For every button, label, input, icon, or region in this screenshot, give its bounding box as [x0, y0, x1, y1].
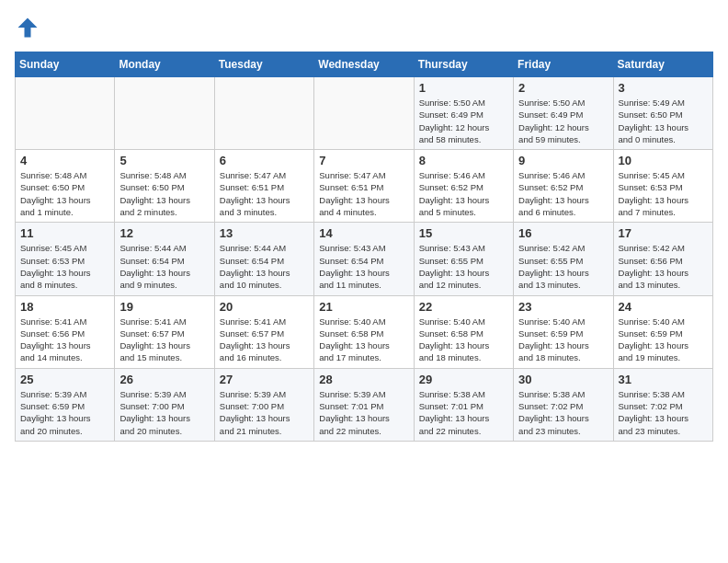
day-info: Sunrise: 5:39 AM Sunset: 7:01 PM Dayligh…: [319, 388, 408, 437]
calendar-cell: 15Sunrise: 5:43 AM Sunset: 6:55 PM Dayli…: [414, 223, 513, 295]
calendar-cell: 18Sunrise: 5:41 AM Sunset: 6:56 PM Dayli…: [16, 295, 115, 368]
calendar-header: SundayMondayTuesdayWednesdayThursdayFrid…: [16, 52, 713, 77]
calendar-cell: 13Sunrise: 5:44 AM Sunset: 6:54 PM Dayli…: [214, 223, 313, 295]
day-number: 27: [220, 373, 309, 386]
day-number: 24: [619, 300, 708, 314]
day-info: Sunrise: 5:45 AM Sunset: 6:53 PM Dayligh…: [20, 242, 109, 291]
column-header-tuesday: Tuesday: [214, 52, 313, 77]
calendar-week-row: 25Sunrise: 5:39 AM Sunset: 6:59 PM Dayli…: [16, 368, 713, 441]
day-info: Sunrise: 5:49 AM Sunset: 6:50 PM Dayligh…: [619, 97, 708, 145]
calendar-cell: 21Sunrise: 5:40 AM Sunset: 6:58 PM Dayli…: [314, 295, 414, 368]
calendar-cell: 22Sunrise: 5:40 AM Sunset: 6:58 PM Dayli…: [414, 295, 513, 368]
calendar-cell: 28Sunrise: 5:39 AM Sunset: 7:01 PM Dayli…: [314, 368, 414, 441]
day-number: 11: [20, 226, 109, 240]
column-header-thursday: Thursday: [414, 52, 513, 77]
svg-marker-0: [18, 18, 38, 38]
day-info: Sunrise: 5:41 AM Sunset: 6:57 PM Dayligh…: [119, 316, 209, 364]
day-number: 13: [220, 226, 309, 240]
calendar-cell: [115, 77, 214, 150]
day-number: 31: [619, 373, 708, 386]
day-info: Sunrise: 5:48 AM Sunset: 6:50 PM Dayligh…: [20, 169, 109, 218]
day-info: Sunrise: 5:38 AM Sunset: 7:01 PM Dayligh…: [419, 388, 508, 437]
day-number: 2: [518, 81, 608, 95]
day-info: Sunrise: 5:47 AM Sunset: 6:51 PM Dayligh…: [220, 169, 309, 218]
day-info: Sunrise: 5:40 AM Sunset: 6:59 PM Dayligh…: [619, 316, 708, 364]
day-number: 25: [20, 373, 109, 386]
calendar-cell: 23Sunrise: 5:40 AM Sunset: 6:59 PM Dayli…: [514, 295, 613, 368]
day-info: Sunrise: 5:43 AM Sunset: 6:55 PM Dayligh…: [419, 242, 508, 291]
column-header-friday: Friday: [514, 52, 613, 77]
calendar-cell: 17Sunrise: 5:42 AM Sunset: 6:56 PM Dayli…: [613, 223, 712, 295]
day-number: 3: [619, 81, 708, 95]
column-header-monday: Monday: [115, 52, 214, 77]
day-number: 7: [319, 154, 408, 167]
calendar-table: SundayMondayTuesdayWednesdayThursdayFrid…: [15, 52, 713, 442]
day-number: 4: [20, 154, 109, 167]
calendar-cell: 12Sunrise: 5:44 AM Sunset: 6:54 PM Dayli…: [115, 223, 214, 295]
calendar-cell: 7Sunrise: 5:47 AM Sunset: 6:51 PM Daylig…: [314, 150, 414, 223]
day-info: Sunrise: 5:39 AM Sunset: 7:00 PM Dayligh…: [220, 388, 309, 437]
day-number: 29: [419, 373, 508, 386]
calendar-cell: 3Sunrise: 5:49 AM Sunset: 6:50 PM Daylig…: [613, 77, 712, 150]
day-number: 1: [419, 81, 508, 95]
day-info: Sunrise: 5:50 AM Sunset: 6:49 PM Dayligh…: [419, 97, 508, 145]
day-number: 28: [319, 373, 408, 386]
calendar-week-row: 1Sunrise: 5:50 AM Sunset: 6:49 PM Daylig…: [16, 77, 713, 150]
day-number: 23: [518, 300, 608, 314]
calendar-cell: 19Sunrise: 5:41 AM Sunset: 6:57 PM Dayli…: [115, 295, 214, 368]
day-number: 18: [20, 300, 109, 314]
day-info: Sunrise: 5:46 AM Sunset: 6:52 PM Dayligh…: [518, 169, 608, 218]
calendar-week-row: 11Sunrise: 5:45 AM Sunset: 6:53 PM Dayli…: [16, 223, 713, 295]
calendar-cell: 10Sunrise: 5:45 AM Sunset: 6:53 PM Dayli…: [613, 150, 712, 223]
calendar-cell: 14Sunrise: 5:43 AM Sunset: 6:54 PM Dayli…: [314, 223, 414, 295]
day-info: Sunrise: 5:40 AM Sunset: 6:59 PM Dayligh…: [518, 316, 608, 364]
calendar-body: 1Sunrise: 5:50 AM Sunset: 6:49 PM Daylig…: [16, 77, 713, 442]
day-info: Sunrise: 5:39 AM Sunset: 7:00 PM Dayligh…: [119, 388, 209, 437]
calendar-cell: 11Sunrise: 5:45 AM Sunset: 6:53 PM Dayli…: [16, 223, 115, 295]
day-number: 16: [518, 226, 608, 240]
calendar-cell: 9Sunrise: 5:46 AM Sunset: 6:52 PM Daylig…: [514, 150, 613, 223]
day-header-row: SundayMondayTuesdayWednesdayThursdayFrid…: [16, 52, 713, 77]
calendar-cell: 24Sunrise: 5:40 AM Sunset: 6:59 PM Dayli…: [613, 295, 712, 368]
day-number: 26: [119, 373, 209, 386]
day-number: 5: [119, 154, 209, 167]
calendar-cell: [314, 77, 414, 150]
day-info: Sunrise: 5:44 AM Sunset: 6:54 PM Dayligh…: [119, 242, 209, 291]
calendar-cell: 31Sunrise: 5:38 AM Sunset: 7:02 PM Dayli…: [613, 368, 712, 441]
day-info: Sunrise: 5:45 AM Sunset: 6:53 PM Dayligh…: [619, 169, 708, 218]
day-number: 8: [419, 154, 508, 167]
day-info: Sunrise: 5:41 AM Sunset: 6:57 PM Dayligh…: [220, 316, 309, 364]
calendar-cell: 30Sunrise: 5:38 AM Sunset: 7:02 PM Dayli…: [514, 368, 613, 441]
day-number: 14: [319, 226, 408, 240]
day-number: 30: [518, 373, 608, 386]
day-info: Sunrise: 5:48 AM Sunset: 6:50 PM Dayligh…: [119, 169, 209, 218]
day-info: Sunrise: 5:50 AM Sunset: 6:49 PM Dayligh…: [518, 97, 608, 145]
calendar-cell: 1Sunrise: 5:50 AM Sunset: 6:49 PM Daylig…: [414, 77, 513, 150]
calendar-week-row: 4Sunrise: 5:48 AM Sunset: 6:50 PM Daylig…: [16, 150, 713, 223]
calendar-cell: [214, 77, 313, 150]
day-info: Sunrise: 5:39 AM Sunset: 6:59 PM Dayligh…: [20, 388, 109, 437]
calendar-cell: 6Sunrise: 5:47 AM Sunset: 6:51 PM Daylig…: [214, 150, 313, 223]
logo-icon: [15, 15, 40, 40]
calendar-cell: [16, 77, 115, 150]
day-number: 12: [119, 226, 209, 240]
calendar-cell: 16Sunrise: 5:42 AM Sunset: 6:55 PM Dayli…: [514, 223, 613, 295]
day-info: Sunrise: 5:41 AM Sunset: 6:56 PM Dayligh…: [20, 316, 109, 364]
column-header-sunday: Sunday: [16, 52, 115, 77]
day-number: 17: [619, 226, 708, 240]
day-number: 15: [419, 226, 508, 240]
day-info: Sunrise: 5:40 AM Sunset: 6:58 PM Dayligh…: [319, 316, 408, 364]
day-info: Sunrise: 5:42 AM Sunset: 6:56 PM Dayligh…: [619, 242, 708, 291]
calendar-cell: 4Sunrise: 5:48 AM Sunset: 6:50 PM Daylig…: [16, 150, 115, 223]
day-number: 20: [220, 300, 309, 314]
calendar-week-row: 18Sunrise: 5:41 AM Sunset: 6:56 PM Dayli…: [16, 295, 713, 368]
day-info: Sunrise: 5:47 AM Sunset: 6:51 PM Dayligh…: [319, 169, 408, 218]
column-header-saturday: Saturday: [613, 52, 712, 77]
day-info: Sunrise: 5:43 AM Sunset: 6:54 PM Dayligh…: [319, 242, 408, 291]
column-header-wednesday: Wednesday: [314, 52, 414, 77]
day-info: Sunrise: 5:44 AM Sunset: 6:54 PM Dayligh…: [220, 242, 309, 291]
day-number: 22: [419, 300, 508, 314]
calendar-cell: 25Sunrise: 5:39 AM Sunset: 6:59 PM Dayli…: [16, 368, 115, 441]
day-number: 19: [119, 300, 209, 314]
day-number: 6: [220, 154, 309, 167]
